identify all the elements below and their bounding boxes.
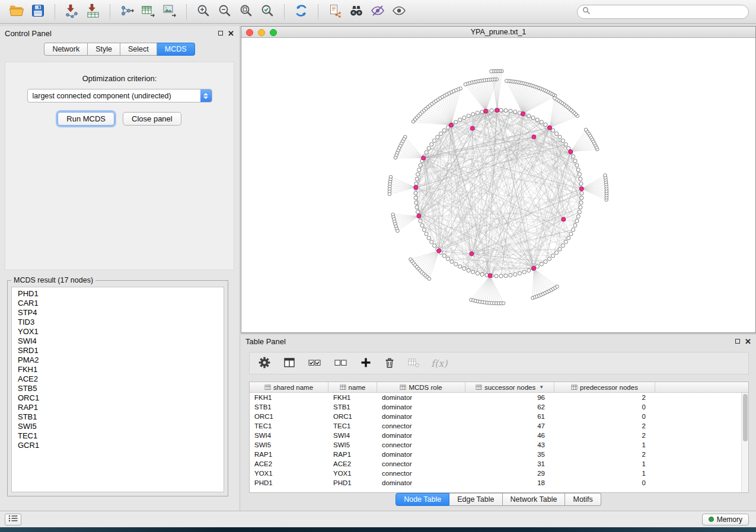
mcds-result-item[interactable]: FKH1 [12, 365, 224, 374]
zoom-fit-icon [238, 3, 254, 20]
save-session-button[interactable] [27, 2, 49, 21]
table-cell: 2 [554, 393, 655, 402]
column-header-successor-nodes[interactable]: successor nodes▼ [465, 382, 554, 392]
zoom-out-button[interactable] [214, 2, 235, 21]
tab-mcds[interactable]: MCDS [157, 43, 195, 56]
export-image-button[interactable] [159, 2, 180, 21]
column-header-filler [655, 382, 748, 392]
table-cell: connector [377, 440, 465, 450]
show-columns-button[interactable] [282, 355, 297, 371]
table-cell: 2 [554, 450, 655, 459]
panel-menu-button[interactable] [5, 514, 21, 525]
mcds-result-item[interactable]: SWI5 [12, 422, 224, 431]
sort-menu-icon[interactable]: ▼ [539, 384, 544, 390]
mcds-result-item[interactable]: STP4 [12, 308, 224, 318]
mcds-result-item[interactable]: SWI4 [12, 336, 224, 346]
table-tab-node-table[interactable]: Node Table [395, 493, 449, 506]
mcds-result-item[interactable]: TEC1 [12, 431, 224, 441]
mcds-result-item[interactable]: STB1 [12, 412, 224, 422]
close-table-panel-icon[interactable]: ✕ [745, 338, 751, 345]
mcds-result-item[interactable]: TID3 [12, 318, 224, 327]
function-builder-button[interactable]: f(x) [431, 358, 447, 369]
clone-network-button[interactable] [324, 2, 346, 21]
column-header-predecessor-nodes[interactable]: predecessor nodes [554, 382, 655, 392]
table-settings-button[interactable] [257, 355, 272, 371]
table-cell: 1 [554, 440, 655, 450]
delete-column-button[interactable] [382, 355, 397, 371]
scrollbar-thumb[interactable] [743, 394, 748, 441]
float-panel-button[interactable] [218, 30, 223, 37]
mcds-result-item[interactable]: ORC1 [12, 393, 224, 403]
delete-table-button[interactable] [406, 356, 422, 371]
table-row[interactable]: YOX1YOX1connector291 [250, 469, 748, 478]
table-cell: 1 [554, 459, 655, 469]
mcds-result-item[interactable]: YOX1 [12, 327, 224, 336]
mcds-result-box: MCDS result (17 nodes) PHD1CAR1STP4TID3Y… [7, 276, 228, 496]
apply-layout-button[interactable] [291, 2, 312, 21]
find-button[interactable] [346, 2, 367, 21]
import-network-button[interactable] [61, 2, 82, 21]
table-cell: dominator [377, 393, 465, 402]
zoom-in-button[interactable] [193, 2, 214, 21]
tab-select[interactable]: Select [120, 43, 157, 56]
mcds-result-item[interactable]: PHD1 [12, 289, 224, 299]
add-column-button[interactable] [359, 356, 373, 371]
window-close-button[interactable] [246, 29, 253, 36]
column-header-label: shared name [273, 384, 313, 391]
table-row[interactable]: SWI5SWI5connector431 [250, 440, 748, 450]
export-table-button[interactable] [138, 2, 159, 21]
deselect-all-button[interactable] [333, 356, 349, 371]
float-table-panel-button[interactable] [735, 338, 740, 345]
zoom-selected-button[interactable] [257, 2, 278, 21]
tab-style[interactable]: Style [88, 43, 120, 56]
show-preview-button[interactable] [388, 2, 410, 21]
import-table-button[interactable] [82, 2, 104, 21]
select-all-button[interactable] [307, 356, 323, 371]
table-scrollbar[interactable] [741, 393, 748, 492]
right-area: YPA_prune.txt_1 Table Panel ✕ f( [241, 24, 756, 511]
table-row[interactable]: ORC1ORC1dominator610 [250, 412, 748, 421]
mcds-result-item[interactable]: STB5 [12, 384, 224, 393]
hide-preview-button[interactable] [367, 2, 388, 21]
table-row[interactable]: ACE2ACE2connector311 [250, 459, 748, 469]
window-minimize-button[interactable] [258, 29, 265, 36]
table-row[interactable]: RAP1RAP1dominator352 [250, 450, 748, 459]
mcds-result-list[interactable]: PHD1CAR1STP4TID3YOX1SWI4SRD1PMA2FKH1ACE2… [11, 287, 224, 492]
table-row[interactable]: STB1STB1dominator620 [250, 402, 748, 412]
toolbar-separator [110, 4, 110, 20]
table-tab-network-table[interactable]: Network Table [503, 493, 566, 506]
mcds-result-item[interactable]: GCR1 [12, 441, 224, 450]
mcds-result-item[interactable]: SRD1 [12, 346, 224, 355]
run-mcds-button[interactable]: Run MCDS [58, 112, 114, 126]
column-header-MCDS-role[interactable]: MCDS role [377, 382, 465, 392]
table-row[interactable]: SWI4SWI4dominator462 [250, 431, 748, 440]
close-mcds-panel-button[interactable]: Close panel [123, 112, 181, 126]
table-cell: dominator [377, 478, 465, 488]
export-network-icon [119, 3, 135, 20]
close-control-panel-icon[interactable]: ✕ [228, 30, 234, 37]
mcds-result-item[interactable]: CAR1 [12, 299, 224, 308]
hide-preview-icon [370, 3, 385, 20]
tab-network[interactable]: Network [44, 43, 88, 56]
mcds-result-item[interactable]: ACE2 [12, 374, 224, 384]
export-network-button[interactable] [116, 2, 138, 21]
window-maximize-button[interactable] [270, 29, 277, 36]
table-row[interactable]: FKH1FKH1dominator962 [250, 393, 748, 402]
table-row[interactable]: PHD1PHD1dominator180 [250, 478, 748, 488]
network-canvas[interactable] [241, 38, 755, 332]
mcds-result-item[interactable]: RAP1 [12, 403, 224, 412]
open-file-button[interactable] [6, 2, 27, 21]
criterion-dropdown[interactable]: largest connected component (undirected) [27, 89, 212, 102]
mcds-result-item[interactable]: PMA2 [12, 355, 224, 365]
memory-button[interactable]: Memory [702, 514, 749, 525]
column-header-label: predecessor nodes [580, 384, 638, 391]
network-graph[interactable] [241, 38, 755, 332]
table-row[interactable]: TEC1TEC1connector472 [250, 421, 748, 431]
table-tab-edge-table[interactable]: Edge Table [449, 493, 502, 506]
zoom-fit-button[interactable] [235, 2, 257, 21]
gear-icon [258, 356, 271, 371]
column-header-shared-name[interactable]: shared name [250, 382, 328, 392]
search-input[interactable] [593, 8, 748, 16]
column-header-name[interactable]: name [328, 382, 377, 392]
table-tab-motifs[interactable]: Motifs [565, 493, 601, 506]
